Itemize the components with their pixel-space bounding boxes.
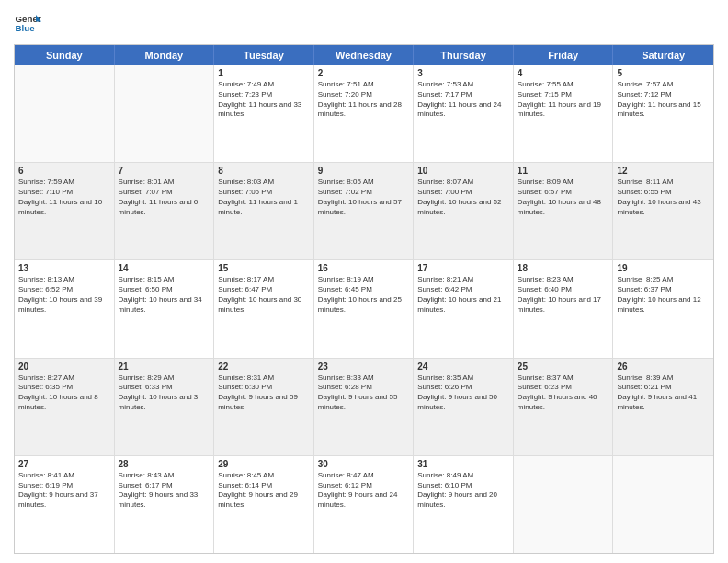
calendar-cell: 8Sunrise: 8:03 AM Sunset: 7:05 PM Daylig… xyxy=(214,163,314,259)
page: General Blue SundayMondayTuesdayWednesda… xyxy=(0,0,728,563)
cell-info: Sunrise: 8:11 AM Sunset: 6:55 PM Dayligh… xyxy=(617,178,710,217)
cell-info: Sunrise: 8:35 AM Sunset: 6:26 PM Dayligh… xyxy=(417,373,509,413)
calendar-row-0: 1Sunrise: 7:49 AM Sunset: 7:23 PM Daylig… xyxy=(15,65,713,163)
day-number: 25 xyxy=(518,362,609,372)
day-number: 28 xyxy=(119,459,210,469)
day-number: 10 xyxy=(417,166,509,176)
calendar-cell: 6Sunrise: 7:59 AM Sunset: 7:10 PM Daylig… xyxy=(15,163,115,259)
day-number: 11 xyxy=(518,166,609,176)
cell-info: Sunrise: 7:51 AM Sunset: 7:20 PM Dayligh… xyxy=(318,80,410,120)
day-number: 14 xyxy=(119,263,210,273)
cell-info: Sunrise: 7:53 AM Sunset: 7:17 PM Dayligh… xyxy=(417,80,509,120)
cell-info: Sunrise: 8:45 AM Sunset: 6:14 PM Dayligh… xyxy=(218,471,310,511)
day-number: 8 xyxy=(218,166,310,176)
calendar-cell: 19Sunrise: 8:25 AM Sunset: 6:37 PM Dayli… xyxy=(613,260,713,357)
cell-info: Sunrise: 8:13 AM Sunset: 6:52 PM Dayligh… xyxy=(18,275,110,315)
day-number: 9 xyxy=(318,166,410,176)
day-number: 31 xyxy=(417,459,509,469)
day-number: 29 xyxy=(218,459,310,469)
weekday-header-wednesday: Wednesday xyxy=(314,45,415,65)
cell-info: Sunrise: 8:15 AM Sunset: 6:50 PM Dayligh… xyxy=(119,275,210,315)
calendar-cell: 22Sunrise: 8:31 AM Sunset: 6:30 PM Dayli… xyxy=(214,359,314,455)
calendar-row-4: 27Sunrise: 8:41 AM Sunset: 6:19 PM Dayli… xyxy=(15,456,713,553)
calendar-cell: 3Sunrise: 7:53 AM Sunset: 7:17 PM Daylig… xyxy=(414,65,514,162)
calendar-body: 1Sunrise: 7:49 AM Sunset: 7:23 PM Daylig… xyxy=(15,65,713,553)
cell-info: Sunrise: 8:25 AM Sunset: 6:37 PM Dayligh… xyxy=(617,275,710,315)
calendar-cell: 18Sunrise: 8:23 AM Sunset: 6:40 PM Dayli… xyxy=(514,260,614,357)
day-number: 21 xyxy=(119,362,210,372)
calendar-cell: 20Sunrise: 8:27 AM Sunset: 6:35 PM Dayli… xyxy=(15,359,115,455)
weekday-header-sunday: Sunday xyxy=(15,45,115,65)
calendar-cell: 30Sunrise: 8:47 AM Sunset: 6:12 PM Dayli… xyxy=(314,456,415,553)
calendar-cell: 29Sunrise: 8:45 AM Sunset: 6:14 PM Dayli… xyxy=(214,456,314,553)
cell-info: Sunrise: 8:47 AM Sunset: 6:12 PM Dayligh… xyxy=(318,471,410,511)
day-number: 27 xyxy=(18,459,110,469)
cell-info: Sunrise: 7:57 AM Sunset: 7:12 PM Dayligh… xyxy=(617,80,710,120)
cell-info: Sunrise: 8:43 AM Sunset: 6:17 PM Dayligh… xyxy=(119,471,210,511)
day-number: 15 xyxy=(218,263,310,273)
calendar-cell xyxy=(15,65,115,162)
day-number: 18 xyxy=(518,263,609,273)
calendar-cell: 10Sunrise: 8:07 AM Sunset: 7:00 PM Dayli… xyxy=(414,163,514,259)
calendar-cell: 2Sunrise: 7:51 AM Sunset: 7:20 PM Daylig… xyxy=(314,65,415,162)
day-number: 19 xyxy=(617,263,710,273)
calendar-cell: 14Sunrise: 8:15 AM Sunset: 6:50 PM Dayli… xyxy=(115,260,215,357)
day-number: 24 xyxy=(417,362,509,372)
day-number: 4 xyxy=(518,68,609,78)
svg-text:Blue: Blue xyxy=(16,23,36,33)
cell-info: Sunrise: 8:01 AM Sunset: 7:07 PM Dayligh… xyxy=(119,178,210,217)
day-number: 22 xyxy=(218,362,310,372)
calendar-row-2: 13Sunrise: 8:13 AM Sunset: 6:52 PM Dayli… xyxy=(15,260,713,358)
cell-info: Sunrise: 8:07 AM Sunset: 7:00 PM Dayligh… xyxy=(417,178,509,217)
cell-info: Sunrise: 8:37 AM Sunset: 6:23 PM Dayligh… xyxy=(518,373,609,413)
day-number: 1 xyxy=(218,68,310,78)
header: General Blue xyxy=(14,9,714,37)
cell-info: Sunrise: 8:49 AM Sunset: 6:10 PM Dayligh… xyxy=(417,471,509,511)
day-number: 16 xyxy=(318,263,410,273)
calendar-cell: 4Sunrise: 7:55 AM Sunset: 7:15 PM Daylig… xyxy=(514,65,614,162)
day-number: 26 xyxy=(617,362,710,372)
day-number: 7 xyxy=(119,166,210,176)
cell-info: Sunrise: 8:19 AM Sunset: 6:45 PM Dayligh… xyxy=(318,275,410,315)
calendar-cell: 12Sunrise: 8:11 AM Sunset: 6:55 PM Dayli… xyxy=(613,163,713,259)
weekday-header-saturday: Saturday xyxy=(613,45,713,65)
cell-info: Sunrise: 8:23 AM Sunset: 6:40 PM Dayligh… xyxy=(518,275,609,315)
day-number: 5 xyxy=(617,68,710,78)
calendar-cell: 11Sunrise: 8:09 AM Sunset: 6:57 PM Dayli… xyxy=(514,163,614,259)
weekday-header-tuesday: Tuesday xyxy=(214,45,314,65)
cell-info: Sunrise: 7:49 AM Sunset: 7:23 PM Dayligh… xyxy=(218,80,310,120)
calendar-cell: 25Sunrise: 8:37 AM Sunset: 6:23 PM Dayli… xyxy=(514,359,614,455)
cell-info: Sunrise: 8:09 AM Sunset: 6:57 PM Dayligh… xyxy=(518,178,609,217)
calendar: SundayMondayTuesdayWednesdayThursdayFrid… xyxy=(14,44,714,554)
calendar-cell: 1Sunrise: 7:49 AM Sunset: 7:23 PM Daylig… xyxy=(214,65,314,162)
cell-info: Sunrise: 8:39 AM Sunset: 6:21 PM Dayligh… xyxy=(617,373,710,413)
day-number: 13 xyxy=(18,263,110,273)
day-number: 17 xyxy=(417,263,509,273)
calendar-cell: 16Sunrise: 8:19 AM Sunset: 6:45 PM Dayli… xyxy=(314,260,415,357)
cell-info: Sunrise: 8:27 AM Sunset: 6:35 PM Dayligh… xyxy=(18,373,110,413)
calendar-header: SundayMondayTuesdayWednesdayThursdayFrid… xyxy=(15,45,713,65)
calendar-cell: 5Sunrise: 7:57 AM Sunset: 7:12 PM Daylig… xyxy=(613,65,713,162)
weekday-header-thursday: Thursday xyxy=(414,45,514,65)
day-number: 2 xyxy=(318,68,410,78)
calendar-cell: 7Sunrise: 8:01 AM Sunset: 7:07 PM Daylig… xyxy=(115,163,215,259)
cell-info: Sunrise: 7:55 AM Sunset: 7:15 PM Dayligh… xyxy=(518,80,609,120)
calendar-cell: 26Sunrise: 8:39 AM Sunset: 6:21 PM Dayli… xyxy=(613,359,713,455)
day-number: 20 xyxy=(18,362,110,372)
calendar-cell xyxy=(115,65,215,162)
cell-info: Sunrise: 8:05 AM Sunset: 7:02 PM Dayligh… xyxy=(318,178,410,217)
calendar-cell xyxy=(514,456,614,553)
logo: General Blue xyxy=(14,9,41,37)
weekday-header-friday: Friday xyxy=(514,45,614,65)
calendar-row-3: 20Sunrise: 8:27 AM Sunset: 6:35 PM Dayli… xyxy=(15,359,713,456)
calendar-cell: 15Sunrise: 8:17 AM Sunset: 6:47 PM Dayli… xyxy=(214,260,314,357)
day-number: 6 xyxy=(18,166,110,176)
weekday-header-monday: Monday xyxy=(115,45,215,65)
logo-icon: General Blue xyxy=(14,9,41,37)
cell-info: Sunrise: 8:29 AM Sunset: 6:33 PM Dayligh… xyxy=(119,373,210,413)
calendar-row-1: 6Sunrise: 7:59 AM Sunset: 7:10 PM Daylig… xyxy=(15,163,713,260)
calendar-cell: 24Sunrise: 8:35 AM Sunset: 6:26 PM Dayli… xyxy=(414,359,514,455)
cell-info: Sunrise: 8:21 AM Sunset: 6:42 PM Dayligh… xyxy=(417,275,509,315)
cell-info: Sunrise: 8:31 AM Sunset: 6:30 PM Dayligh… xyxy=(218,373,310,413)
calendar-cell xyxy=(613,456,713,553)
